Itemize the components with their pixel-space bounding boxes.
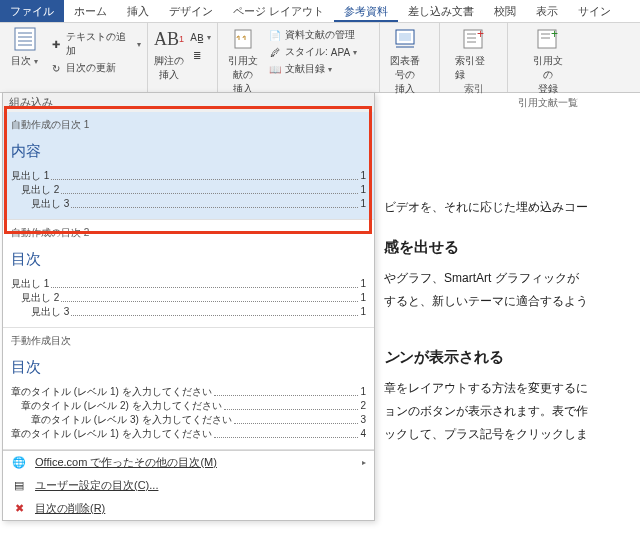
citation-icon [229,26,257,52]
toc-label: 目次 ▾ [11,54,37,68]
toc-gallery-panel: 組み込み 自動作成の目次 1 内容 見出し 11 見出し 21 見出し 31 自… [2,92,375,521]
show-notes-button[interactable]: ≣ [190,48,211,62]
doc-paragraph: ックして、プラス記号をクリックしま [384,423,634,446]
bibliography-button[interactable]: 📖文献目録 ▾ [268,62,357,76]
doc-heading: 感を出せる [384,233,634,262]
toc-button[interactable]: 目次 ▾ [6,26,43,68]
add-text-icon: ✚ [49,37,63,51]
tab-review[interactable]: 校閲 [484,0,526,22]
index-group-label: 索引 [446,82,501,98]
doc-paragraph: 章をレイアウトする方法を変更するに [384,377,634,400]
remove-toc-button[interactable]: ✖目次の削除(R) [3,497,374,520]
tab-design[interactable]: デザイン [159,0,223,22]
insert-citation-button[interactable]: 引用文献の 挿入 [224,26,262,96]
gallery-section-builtin: 組み込み [3,93,374,112]
doc-paragraph: やグラフ、SmartArt グラフィックが [384,267,634,290]
svg-rect-0 [15,28,35,50]
mark-index-label: 索引登録 [455,54,493,82]
custom-toc-button[interactable]: ▤ユーザー設定の目次(C)... [3,474,374,497]
footnote-next-button[interactable]: AB̲▾ [190,30,211,44]
mark-citation-label: 引用文の 登録 [529,54,567,96]
style-icon: 🖉 [268,45,282,59]
footnote-icon: AB1 [155,26,183,52]
insert-caption-label: 図表番号の 挿入 [386,54,424,96]
toc-style-auto1[interactable]: 自動作成の目次 1 内容 見出し 11 見出し 21 見出し 31 [3,112,374,220]
tab-references[interactable]: 参考資料 [334,0,398,22]
svg-text:+: + [477,28,484,41]
doc-paragraph: ビデオを、それに応じた埋め込みコー [384,196,634,219]
toc-style-auto1-title: 自動作成の目次 1 [11,118,366,132]
svg-text:+: + [551,28,558,41]
mark-citation-icon: + [534,26,562,52]
globe-icon: 🌐 [11,456,27,469]
toc-style-manual[interactable]: 手動作成目次 目次 章のタイトル (レベル 1) を入力してください1 章のタイ… [3,328,374,450]
tab-file[interactable]: ファイル [0,0,64,22]
toa-group-label: 引用文献一覧 [514,96,582,112]
insert-footnote-label: 脚注の 挿入 [154,54,184,82]
toc-icon [11,26,39,52]
toc-manual-heading: 目次 [11,358,366,377]
document-body: ビデオを、それに応じた埋め込みコー 感を出せる やグラフ、SmartArt グラ… [384,112,634,446]
insert-citation-label: 引用文献の 挿入 [224,54,262,96]
doc-paragraph: すると、新しいテーマに適合するよう [384,290,634,313]
mark-index-button[interactable]: + 索引登録 [455,26,493,82]
document-icon: ▤ [11,479,27,492]
remove-icon: ✖ [11,502,27,515]
tab-home[interactable]: ホーム [64,0,117,22]
manage-sources-button[interactable]: 📄資料文献の管理 [268,28,357,42]
svg-rect-7 [399,33,411,41]
ribbon-tabs: ファイル ホーム 挿入 デザイン ページ レイアウト 参考資料 差し込み文書 校… [0,0,640,23]
toc-style-auto2[interactable]: 自動作成の目次 2 目次 見出し 11 見出し 21 見出し 31 [3,220,374,328]
doc-paragraph: ョンのボタンが表示されます。表で作 [384,400,634,423]
tab-signin[interactable]: サイン [568,0,621,22]
toc-panel-menu: 🌐Office.com で作ったその他の目次(M)▸ ▤ユーザー設定の目次(C)… [3,450,374,520]
manage-sources-icon: 📄 [268,28,282,42]
update-toc-button[interactable]: ↻ 目次の更新 [49,61,141,75]
doc-heading: ンンが表示される [384,343,634,372]
toc-style-auto2-title: 自動作成の目次 2 [11,226,366,240]
tab-view[interactable]: 表示 [526,0,568,22]
toc-style-manual-title: 手動作成目次 [11,334,366,348]
svg-rect-5 [235,30,251,48]
insert-footnote-button[interactable]: AB1 脚注の 挿入 [154,26,184,82]
caption-icon [391,26,419,52]
add-text-button[interactable]: ✚ テキストの追加 ▾ [49,30,141,58]
more-toc-office-button[interactable]: 🌐Office.com で作ったその他の目次(M)▸ [3,451,374,474]
tab-mailings[interactable]: 差し込み文書 [398,0,484,22]
mark-citation-button[interactable]: + 引用文の 登録 [529,26,567,96]
update-toc-icon: ↻ [49,61,63,75]
bibliography-icon: 📖 [268,62,282,76]
ribbon: 目次 ▾ ✚ テキストの追加 ▾ ↻ 目次の更新 AB1 脚注の 挿入 AB̲▾ [0,23,640,93]
mark-index-icon: + [460,26,488,52]
style-dropdown[interactable]: 🖉スタイル: APA ▾ [268,45,357,59]
tab-page-layout[interactable]: ページ レイアウト [223,0,334,22]
toc-auto1-heading: 内容 [11,142,366,161]
tab-insert[interactable]: 挿入 [117,0,159,22]
insert-caption-button[interactable]: 図表番号の 挿入 [386,26,424,96]
toc-auto2-heading: 目次 [11,250,366,269]
